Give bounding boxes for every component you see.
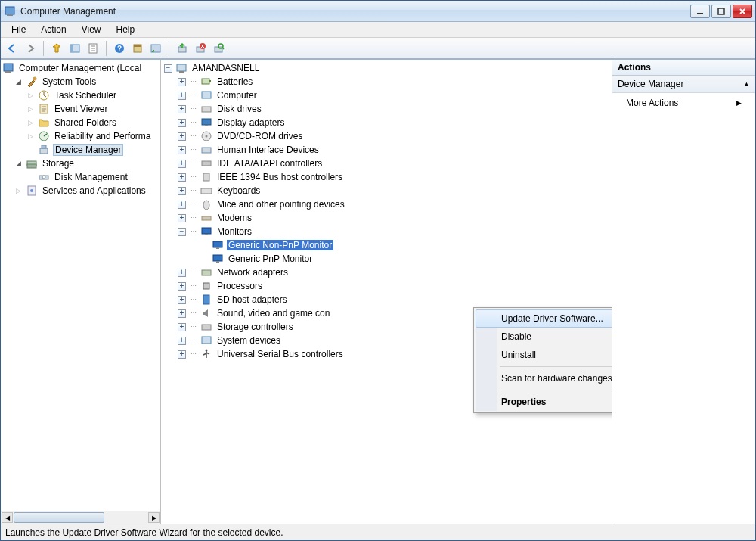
device-dvd[interactable]: DVD/CD-ROM drives [163,129,610,143]
menu-action[interactable]: Action [35,23,72,36]
device-network[interactable]: Network adapters [163,266,610,279]
expand-icon[interactable] [178,187,186,195]
device-batteries[interactable]: Batteries [163,75,610,89]
tree-root[interactable]: Computer Management (Local [2,61,159,75]
menu-help[interactable]: Help [110,23,141,36]
scan-hardware-button[interactable] [210,40,227,57]
tree-task-scheduler[interactable]: ▷ Task Scheduler [2,89,159,102]
device-computer[interactable]: Computer [163,89,610,102]
horizontal-scrollbar[interactable]: ◀ ▶ [1,511,160,524]
expander-icon[interactable]: ▷ [26,105,35,113]
device-processors[interactable]: Processors [163,279,610,293]
uninstall-button[interactable] [192,40,209,57]
expand-icon[interactable] [178,337,186,345]
tree-device-manager[interactable]: Device Manager [2,143,159,157]
modem-icon [200,212,212,224]
computer-icon [175,62,187,74]
collapse-icon[interactable] [164,64,172,73]
expand-icon[interactable] [178,160,186,168]
export-button[interactable] [85,40,101,57]
scroll-left-arrow[interactable]: ◀ [2,512,13,523]
expander-icon[interactable]: ▷ [26,132,35,141]
maximize-button[interactable] [711,5,731,18]
help-button[interactable]: ? [111,40,128,57]
device-label: Keyboards [215,185,262,196]
device-ide[interactable]: IDE ATA/ATAPI controllers [163,157,610,170]
device-1394[interactable]: IEEE 1394 Bus host controllers [163,170,610,184]
expand-icon[interactable] [178,309,186,318]
expand-icon[interactable] [178,296,186,304]
menu-disable[interactable]: Disable [476,328,612,346]
svg-rect-10 [134,45,141,47]
back-button[interactable] [4,40,20,57]
console-tree[interactable]: Computer Management (Local ◢ System Tool… [1,60,160,511]
scroll-right-arrow[interactable]: ▶ [148,512,160,523]
minimize-button[interactable] [690,5,710,18]
menu-properties[interactable]: Properties [476,393,612,411]
device-generic-non-pnp[interactable]: Generic Non-PnP Monitor [163,238,610,252]
svg-rect-1 [7,14,13,16]
refresh-button[interactable] [147,40,164,57]
device-hid[interactable]: Human Interface Devices [163,143,610,157]
actions-more[interactable]: More Actions ▶ [612,93,755,113]
forward-button[interactable] [22,40,39,57]
collapse-icon[interactable] [178,228,186,236]
expander-icon[interactable]: ◢ [14,78,23,86]
collapse-icon[interactable]: ▲ [743,80,750,88]
expand-icon[interactable] [178,282,186,291]
update-driver-button[interactable] [174,40,191,57]
device-mice[interactable]: Mice and other pointing devices [163,197,610,211]
actions-subheader[interactable]: Device Manager ▲ [612,76,755,93]
menubar: File Action View Help [1,22,755,38]
tree-event-viewer[interactable]: ▷ Event Viewer [2,102,159,116]
device-display[interactable]: Display adapters [163,116,610,129]
device-root[interactable]: AMANDASNELL [163,61,610,75]
expand-icon[interactable] [178,92,186,100]
device-label: System devices [215,335,282,346]
expand-icon[interactable] [178,269,186,277]
device-modems[interactable]: Modems [163,211,610,225]
tree-reliability[interactable]: ▷ Reliability and Performa [2,129,159,143]
tree-system-tools[interactable]: ◢ System Tools [2,75,159,89]
expand-icon[interactable] [178,201,186,209]
tree-shared-folders[interactable]: ▷ Shared Folders [2,116,159,129]
expander-icon[interactable]: ◢ [14,160,23,168]
expand-icon[interactable] [178,146,186,154]
device-disk-drives[interactable]: Disk drives [163,102,610,116]
tree-services[interactable]: ▷ Services and Applications [2,184,159,197]
expand-icon[interactable] [178,132,186,141]
scroll-thumb[interactable] [14,512,104,523]
device-label: IDE ATA/ATAPI controllers [215,158,324,169]
svg-rect-0 [5,7,14,14]
device-generic-pnp[interactable]: Generic PnP Monitor [163,252,610,266]
expand-icon[interactable] [178,323,186,331]
expander-icon[interactable]: ▷ [14,187,23,195]
device-sd[interactable]: SD host adapters [163,293,610,306]
up-button[interactable] [48,40,65,57]
expander-icon[interactable]: ▷ [26,119,35,127]
main-window: Computer Management File Action View Hel… [0,0,756,541]
close-button[interactable] [733,5,752,18]
device-label: SD host adapters [215,294,289,305]
device-keyboards[interactable]: Keyboards [163,184,610,197]
menu-file[interactable]: File [5,23,32,36]
device-monitors[interactable]: Monitors [163,225,610,238]
menu-uninstall[interactable]: Uninstall [476,346,612,364]
expander-icon[interactable]: ▷ [26,92,35,100]
tree-disk-management[interactable]: Disk Management [2,170,159,184]
menu-view[interactable]: View [76,23,107,36]
svg-point-19 [33,77,37,81]
expand-icon[interactable] [178,214,186,222]
device-tree-pane[interactable]: AMANDASNELL Batteries Computer Disk driv… [161,60,612,524]
expand-icon[interactable] [178,78,186,86]
expand-icon[interactable] [178,119,186,127]
expand-icon[interactable] [178,105,186,113]
tree-label: Storage [41,158,76,169]
tree-storage[interactable]: ◢ Storage [2,157,159,170]
properties-button[interactable] [129,40,146,57]
expand-icon[interactable] [178,350,186,359]
menu-scan-hardware[interactable]: Scan for hardware changes [476,369,612,387]
show-console-button[interactable] [67,40,83,57]
expand-icon[interactable] [178,173,186,182]
menu-update-driver[interactable]: Update Driver Software... [476,309,612,328]
